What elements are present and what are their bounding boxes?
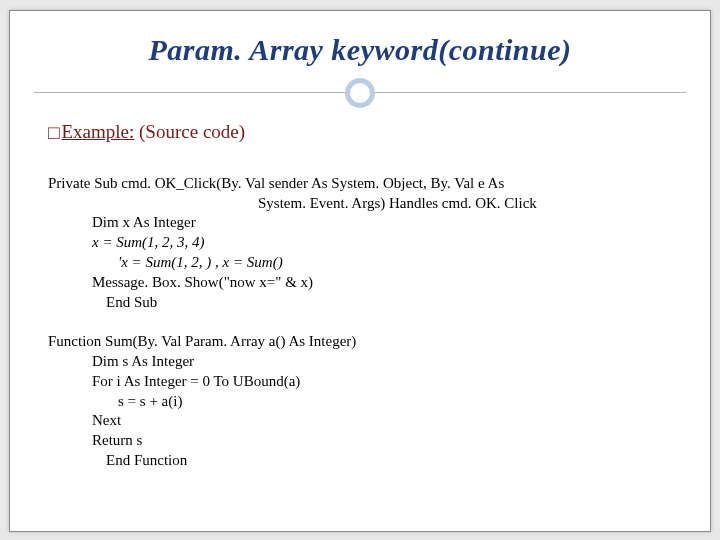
code-line: Function Sum(By. Val Param. Array a() As… <box>48 333 356 349</box>
bullet-square-icon: □ <box>48 122 59 144</box>
source-code-label: (Source code) <box>134 121 245 142</box>
code-line: For i As Integer = 0 To UBound(a) <box>48 372 300 392</box>
code-line: End Function <box>48 451 187 471</box>
code-line: Private Sub cmd. OK_Click(By. Val sender… <box>48 175 504 191</box>
code-line: System. Event. Args) Handles cmd. OK. Cl… <box>48 194 537 214</box>
code-block: Private Sub cmd. OK_Click(By. Val sender… <box>48 154 680 491</box>
slide-title: Param. Array keyword(continue) <box>10 33 710 67</box>
code-line: Return s <box>48 431 142 451</box>
code-line: Dim s As Integer <box>48 352 194 372</box>
code-line: Dim x As Integer <box>48 213 196 233</box>
code-line: s = s + a(i) <box>48 392 182 412</box>
slide: Param. Array keyword(continue) □Example:… <box>9 10 711 532</box>
code-line-comment: 'x = Sum(1, 2, ) , x = Sum() <box>48 253 283 273</box>
code-line: x = Sum(1, 2, 3, 4) <box>48 233 205 253</box>
example-label: Example: <box>61 121 134 142</box>
title-divider <box>10 75 710 111</box>
code-line: Message. Box. Show("now x=" & x) <box>48 273 313 293</box>
section-heading: □Example: (Source code) <box>48 121 710 144</box>
divider-circle-icon <box>345 78 375 108</box>
code-line: Next <box>48 411 121 431</box>
code-line: End Sub <box>48 293 157 313</box>
